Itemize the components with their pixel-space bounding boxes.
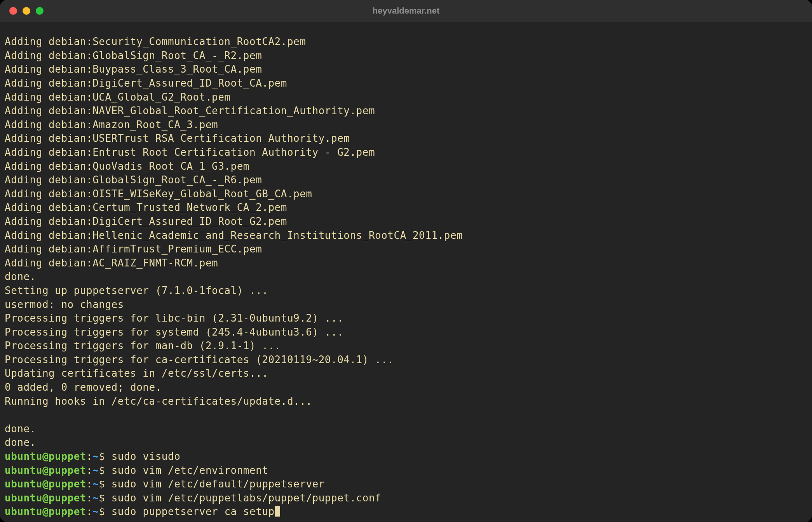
prompt-line: ubuntu@puppet:~$ sudo visudo — [5, 450, 807, 464]
prompt-user-host: ubuntu@puppet — [5, 465, 86, 476]
terminal-prompts: ubuntu@puppet:~$ sudo visudoubuntu@puppe… — [5, 450, 807, 519]
command-text: sudo vim /etc/environment — [112, 465, 268, 476]
output-line: Adding debian:Certum_Trusted_Network_CA_… — [5, 201, 807, 215]
prompt-colon: : — [86, 492, 92, 504]
output-line: Adding debian:QuoVadis_Root_CA_1_G3.pem — [5, 160, 807, 174]
window-title: heyvaldemar.net — [0, 6, 812, 16]
output-line: Adding debian:DigiCert_Assured_ID_Root_G… — [5, 215, 807, 229]
output-line: done. — [5, 270, 807, 284]
output-line: Adding debian:NAVER_Global_Root_Certific… — [5, 104, 807, 118]
prompt-line: ubuntu@puppet:~$ sudo puppetserver ca se… — [5, 505, 807, 519]
command-text: sudo vim /etc/default/puppetserver — [112, 478, 325, 490]
terminal-window: heyvaldemar.net Adding debian:Security_C… — [0, 0, 812, 522]
minimize-icon[interactable] — [23, 7, 30, 15]
prompt-path: ~ — [92, 492, 99, 504]
prompt-path: ~ — [92, 478, 99, 490]
prompt-line: ubuntu@puppet:~$ sudo vim /etc/puppetlab… — [5, 491, 807, 505]
output-line: Processing triggers for systemd (245.4-4… — [5, 325, 807, 339]
output-line: Adding debian:Hellenic_Academic_and_Rese… — [5, 229, 807, 243]
prompt-path: ~ — [92, 506, 99, 517]
terminal-body[interactable]: Adding debian:Security_Communication_Roo… — [0, 22, 812, 522]
output-line: Adding debian:OISTE_WISeKey_Global_Root_… — [5, 187, 807, 201]
output-line: usermod: no changes — [5, 298, 807, 312]
output-line: Updating certificates in /etc/ssl/certs.… — [5, 367, 807, 381]
titlebar: heyvaldemar.net — [0, 0, 812, 22]
prompt-symbol: $ — [99, 506, 111, 517]
output-line: Adding debian:UCA_Global_G2_Root.pem — [5, 90, 807, 104]
output-line: done. — [5, 436, 807, 450]
prompt-user-host: ubuntu@puppet — [5, 506, 86, 517]
prompt-symbol: $ — [99, 478, 111, 490]
output-line: Adding debian:GlobalSign_Root_CA_-_R6.pe… — [5, 173, 807, 187]
prompt-colon: : — [86, 506, 92, 517]
output-line: Setting up puppetserver (7.1.0-1focal) .… — [5, 284, 807, 298]
close-icon[interactable] — [9, 7, 17, 15]
output-line: Processing triggers for libc-bin (2.31-0… — [5, 311, 807, 325]
window-controls — [0, 7, 44, 15]
output-line: Adding debian:AC_RAIZ_FNMT-RCM.pem — [5, 256, 807, 270]
output-line: Running hooks in /etc/ca-certificates/up… — [5, 395, 807, 409]
prompt-line: ubuntu@puppet:~$ sudo vim /etc/environme… — [5, 464, 807, 478]
prompt-user-host: ubuntu@puppet — [5, 478, 86, 490]
output-line: done. — [5, 422, 807, 436]
prompt-path: ~ — [92, 451, 99, 462]
output-line: Adding debian:Security_Communication_Roo… — [5, 35, 807, 49]
output-line — [5, 408, 807, 422]
prompt-colon: : — [86, 478, 92, 490]
zoom-icon[interactable] — [36, 7, 44, 15]
prompt-line: ubuntu@puppet:~$ sudo vim /etc/default/p… — [5, 477, 807, 491]
output-line: Adding debian:DigiCert_Assured_ID_Root_C… — [5, 77, 807, 90]
prompt-path: ~ — [92, 465, 99, 476]
command-text: sudo visudo — [112, 451, 181, 462]
prompt-symbol: $ — [99, 492, 111, 504]
output-line: 0 added, 0 removed; done. — [5, 381, 807, 395]
command-text: sudo puppetserver ca setup — [112, 506, 275, 517]
output-line: Adding debian:AffirmTrust_Premium_ECC.pe… — [5, 242, 807, 256]
output-line: Processing triggers for ca-certificates … — [5, 353, 807, 367]
prompt-symbol: $ — [99, 451, 111, 462]
output-line: Adding debian:Buypass_Class_3_Root_CA.pe… — [5, 63, 807, 77]
command-text: sudo vim /etc/puppetlabs/puppet/puppet.c… — [112, 492, 382, 504]
prompt-user-host: ubuntu@puppet — [5, 451, 86, 462]
output-line: Adding debian:USERTrust_RSA_Certificatio… — [5, 132, 807, 146]
prompt-colon: : — [86, 451, 92, 462]
prompt-symbol: $ — [99, 465, 111, 476]
output-line: Adding debian:Entrust_Root_Certification… — [5, 146, 807, 160]
terminal-output: Adding debian:Security_Communication_Roo… — [5, 35, 807, 450]
prompt-colon: : — [86, 465, 92, 476]
output-line: Adding debian:GlobalSign_Root_CA_-_R2.pe… — [5, 49, 807, 63]
cursor-icon — [275, 506, 280, 517]
prompt-user-host: ubuntu@puppet — [5, 492, 86, 504]
output-line: Processing triggers for man-db (2.9.1-1)… — [5, 339, 807, 353]
output-line: Adding debian:Amazon_Root_CA_3.pem — [5, 118, 807, 132]
